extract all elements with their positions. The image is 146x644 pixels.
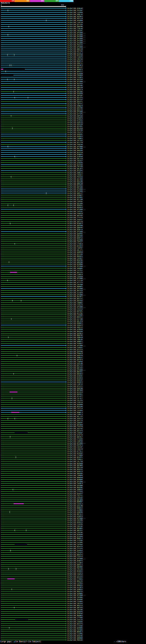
alignment-bar[interactable]	[1, 554, 66, 555]
hit-row[interactable]: UniRef100_C5JWC5	[1, 562, 145, 564]
alignment-bar[interactable]	[1, 443, 66, 443]
alignment-bar[interactable]	[1, 166, 66, 167]
alignment-bar[interactable]	[1, 81, 66, 82]
alignment-bar[interactable]	[1, 294, 66, 295]
hit-id-label[interactable]: UniRef100_C75203	[67, 438, 83, 440]
hit-id-label[interactable]: UniRef100_UPI000...	[67, 146, 86, 148]
hit-row[interactable]: UniRef100_Q0CVX5	[1, 606, 145, 608]
alignment-bar[interactable]	[1, 556, 66, 557]
hit-row[interactable]: UniRef100_Q9B1L9	[1, 89, 145, 91]
hit-id-label[interactable]: UniRef100_UPI000...	[67, 266, 86, 267]
alignment-bar[interactable]	[1, 526, 66, 526]
alignment-bar[interactable]	[1, 370, 66, 370]
hit-id-label[interactable]: UniRef100_A2QR48	[67, 328, 83, 330]
hit-id-label[interactable]: UniRef100_Q69KA1	[67, 204, 83, 206]
hit-id-label[interactable]: UniRef100_C8V5M6	[67, 519, 83, 521]
hit-id-label[interactable]: UniRef100_C7YJF5	[67, 548, 83, 550]
hit-row[interactable]: UniRef100_B6QNE5	[1, 614, 145, 616]
hit-id-label[interactable]: UniRef100_B2VV75	[67, 623, 83, 625]
alignment-bar[interactable]	[1, 14, 66, 14]
hit-row[interactable]: UniRef100_A2QBY6	[1, 515, 145, 517]
hit-id-label[interactable]: UniRef100_B0Y5C2	[67, 513, 83, 515]
alignment-bar[interactable]	[1, 500, 66, 500]
alignment-bar[interactable]	[1, 256, 66, 256]
alignment-bar[interactable]	[1, 24, 66, 25]
hit-row[interactable]: UniRef100_C95Q11	[1, 174, 145, 176]
hit-row[interactable]: UniRef100_B2VS63	[1, 184, 145, 186]
hit-row[interactable]: UniRef100_UPI000...	[1, 34, 145, 36]
hit-id-label[interactable]: UniRef100_Q7RVA5	[67, 613, 83, 614]
hit-row[interactable]: UniRef100_Q2HDB5	[1, 627, 145, 629]
hit-id-label[interactable]: UniRef100_B8A2B4	[67, 330, 83, 332]
alignment-bar[interactable]	[1, 364, 66, 364]
hit-id-label[interactable]: UniRef100_B3L122	[67, 416, 83, 418]
alignment-bar[interactable]	[1, 357, 66, 358]
hit-row[interactable]: UniRef100_Q16640	[1, 156, 145, 158]
alignment-bar[interactable]	[1, 632, 66, 632]
alignment-bar[interactable]	[1, 560, 66, 561]
hit-id-label[interactable]: UniRef100_Q2HDB5	[67, 627, 83, 629]
hit-id-label[interactable]: UniRef100_C1BFJ2	[67, 383, 83, 385]
alignment-bar[interactable]	[1, 57, 66, 57]
hit-row[interactable]: UniRef100_C9C426	[1, 166, 145, 168]
hit-id-label[interactable]: UniRef100_C2AB19	[67, 274, 83, 276]
hit-row[interactable]: UniRef100_C1G8A5	[1, 600, 145, 602]
alignment-bar[interactable]	[1, 347, 66, 348]
hit-id-label[interactable]: UniRef100_Q21215	[67, 349, 83, 351]
alignment-bar[interactable]	[1, 280, 66, 280]
hit-id-label[interactable]: UniRef100_C9C426	[67, 166, 83, 168]
hit-row[interactable]: UniRef100_Q08ZB6	[1, 261, 145, 263]
hit-row[interactable]: UniRef100_A1C1N8	[1, 318, 145, 320]
hit-row[interactable]: UniRef100_B36NZ7	[1, 194, 145, 196]
hit-id-label[interactable]: UniRef100_Q6VEJ7	[67, 70, 83, 72]
alignment-bar[interactable]	[1, 512, 66, 512]
alignment-bar[interactable]	[1, 181, 66, 181]
hit-id-label[interactable]: UniRef100_A7TJ75	[67, 282, 83, 284]
alignment-bar[interactable]	[1, 477, 66, 478]
hit-id-label[interactable]: UniRef100_Q4PMC2	[67, 332, 83, 334]
alignment-bar[interactable]	[1, 479, 66, 480]
alignment-bar[interactable]	[1, 483, 66, 484]
alignment-bar[interactable]	[1, 323, 66, 323]
hit-row[interactable]: UniRef100_B2BFJ4	[1, 229, 145, 231]
alignment-bar[interactable]	[1, 532, 66, 532]
hit-row[interactable]: UniRef100_B91ZG9	[1, 127, 145, 129]
hit-row[interactable]: UniRef100_A9BVM7	[1, 422, 145, 424]
alignment-bar[interactable]	[1, 388, 66, 388]
hit-id-label[interactable]: UniRef100_C7YXV5	[67, 491, 83, 493]
hit-id-label[interactable]: UniRef100_B8NHS5	[67, 584, 83, 586]
hit-id-label[interactable]: UniRef100_A4S6H8	[67, 20, 83, 22]
alignment-bar[interactable]	[1, 232, 66, 232]
alignment-bar[interactable]	[1, 496, 66, 496]
hit-id-label[interactable]: UniRef100_B2BFJ4	[67, 229, 83, 231]
hit-id-label[interactable]: UniRef100_C5K107	[67, 446, 83, 448]
hit-row[interactable]: UniRef100_Q39336	[1, 129, 145, 131]
hit-row[interactable]: UniRef100_B4LSR9	[1, 147, 145, 150]
alignment-bar[interactable]	[1, 416, 66, 417]
alignment-bar[interactable]	[1, 130, 66, 130]
alignment-bar[interactable]	[1, 18, 66, 18]
hit-id-label[interactable]: UniRef100_Q4SD58	[67, 93, 83, 94]
hit-row[interactable]: UniRef100_B8M8K5	[1, 286, 145, 288]
alignment-bar[interactable]	[1, 38, 66, 39]
hit-id-label[interactable]: UniRef100_Q863B4	[67, 235, 83, 237]
hit-row[interactable]: UniRef100_Q2ULM0	[1, 505, 145, 507]
hit-id-label[interactable]: UniRef100_UPI000...	[67, 294, 86, 296]
hit-id-label[interactable]: UniRef100_Q2ULM0	[67, 505, 83, 507]
alignment-bar[interactable]	[1, 168, 66, 169]
hit-row[interactable]: UniRef100_B6QJX5	[1, 580, 145, 582]
hit-id-label[interactable]: UniRef100_Q5CSY4	[67, 430, 83, 432]
hit-row[interactable]: UniRef100_B2ADG5	[1, 570, 145, 572]
alignment-bar[interactable]	[1, 8, 66, 8]
alignment-bar[interactable]	[1, 424, 66, 425]
hit-row[interactable]: UniRef100_Q21164	[1, 24, 145, 26]
hit-id-label[interactable]: UniRef100_B2WJN5	[67, 635, 83, 637]
alignment-bar[interactable]	[1, 589, 66, 590]
alignment-bar[interactable]	[1, 282, 66, 282]
alignment-bar[interactable]	[1, 453, 66, 453]
hit-row[interactable]: UniRef100_Q56J80	[1, 363, 145, 365]
hit-row[interactable]: UniRef100_C4YT14	[1, 407, 145, 410]
alignment-bar[interactable]	[1, 634, 66, 634]
hit-row[interactable]: UniRef100_B4JE10	[1, 152, 145, 154]
alignment-bar[interactable]	[1, 148, 66, 148]
